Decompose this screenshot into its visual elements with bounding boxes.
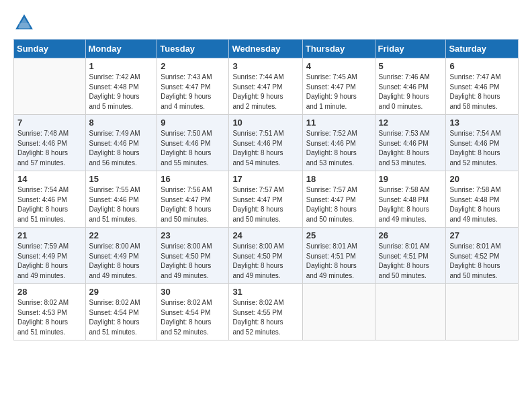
calendar-cell: 5Sunrise: 7:46 AM Sunset: 4:46 PM Daylig… [375, 58, 446, 115]
logo-icon [13, 12, 35, 34]
day-number: 13 [449, 118, 515, 128]
week-row-1: 1Sunrise: 7:42 AM Sunset: 4:48 PM Daylig… [14, 58, 519, 115]
weekday-sunday: Sunday [14, 40, 86, 58]
calendar-cell: 19Sunrise: 7:58 AM Sunset: 4:48 PM Dayli… [375, 171, 446, 228]
day-number: 31 [232, 287, 298, 297]
day-info: Sunrise: 7:54 AM Sunset: 4:46 PM Dayligh… [17, 185, 82, 224]
day-number: 25 [306, 230, 371, 240]
day-info: Sunrise: 7:55 AM Sunset: 4:46 PM Dayligh… [89, 185, 154, 224]
calendar-cell: 25Sunrise: 8:01 AM Sunset: 4:51 PM Dayli… [302, 228, 375, 284]
day-number: 19 [379, 174, 443, 184]
day-info: Sunrise: 7:59 AM Sunset: 4:49 PM Dayligh… [17, 242, 82, 281]
day-number: 18 [306, 174, 371, 184]
day-number: 7 [17, 118, 82, 128]
weekday-saturday: Saturday [446, 40, 519, 58]
calendar-cell [302, 284, 375, 340]
day-info: Sunrise: 8:00 AM Sunset: 4:50 PM Dayligh… [161, 242, 225, 281]
day-info: Sunrise: 7:42 AM Sunset: 4:48 PM Dayligh… [89, 73, 154, 111]
day-number: 9 [161, 118, 225, 128]
calendar-cell: 16Sunrise: 7:56 AM Sunset: 4:47 PM Dayli… [157, 171, 229, 228]
logo [13, 12, 38, 34]
day-number: 2 [161, 61, 225, 71]
weekday-wednesday: Wednesday [229, 40, 302, 58]
day-info: Sunrise: 7:43 AM Sunset: 4:47 PM Dayligh… [161, 73, 225, 111]
day-number: 4 [306, 61, 371, 71]
day-info: Sunrise: 7:45 AM Sunset: 4:47 PM Dayligh… [306, 73, 371, 111]
day-number: 28 [17, 287, 82, 297]
calendar-cell: 31Sunrise: 8:02 AM Sunset: 4:55 PM Dayli… [229, 284, 302, 340]
week-row-3: 14Sunrise: 7:54 AM Sunset: 4:46 PM Dayli… [14, 171, 519, 228]
day-info: Sunrise: 8:02 AM Sunset: 4:55 PM Dayligh… [232, 298, 298, 337]
calendar-cell: 1Sunrise: 7:42 AM Sunset: 4:48 PM Daylig… [85, 58, 157, 115]
day-info: Sunrise: 8:02 AM Sunset: 4:54 PM Dayligh… [89, 298, 154, 337]
weekday-tuesday: Tuesday [157, 40, 229, 58]
calendar-cell: 10Sunrise: 7:51 AM Sunset: 4:46 PM Dayli… [229, 115, 302, 171]
day-number: 29 [89, 287, 154, 297]
week-row-5: 28Sunrise: 8:02 AM Sunset: 4:53 PM Dayli… [14, 284, 519, 340]
day-info: Sunrise: 7:52 AM Sunset: 4:46 PM Dayligh… [306, 129, 371, 168]
day-number: 27 [449, 230, 515, 240]
day-number: 26 [379, 230, 443, 240]
day-number: 10 [232, 118, 298, 128]
calendar-cell: 8Sunrise: 7:49 AM Sunset: 4:46 PM Daylig… [85, 115, 157, 171]
calendar-cell [446, 284, 519, 340]
calendar-cell: 30Sunrise: 8:02 AM Sunset: 4:54 PM Dayli… [157, 284, 229, 340]
header [13, 12, 519, 34]
day-number: 14 [17, 174, 82, 184]
day-info: Sunrise: 7:53 AM Sunset: 4:46 PM Dayligh… [379, 129, 443, 168]
day-number: 22 [89, 230, 154, 240]
weekday-friday: Friday [375, 40, 446, 58]
day-info: Sunrise: 8:00 AM Sunset: 4:50 PM Dayligh… [232, 242, 298, 281]
day-info: Sunrise: 7:47 AM Sunset: 4:46 PM Dayligh… [449, 73, 515, 111]
day-info: Sunrise: 8:00 AM Sunset: 4:49 PM Dayligh… [89, 242, 154, 281]
day-info: Sunrise: 7:58 AM Sunset: 4:48 PM Dayligh… [449, 185, 515, 224]
calendar-cell: 4Sunrise: 7:45 AM Sunset: 4:47 PM Daylig… [302, 58, 375, 115]
calendar-cell: 11Sunrise: 7:52 AM Sunset: 4:46 PM Dayli… [302, 115, 375, 171]
weekday-monday: Monday [85, 40, 157, 58]
day-info: Sunrise: 7:57 AM Sunset: 4:47 PM Dayligh… [232, 185, 298, 224]
day-number: 1 [89, 61, 154, 71]
weekday-thursday: Thursday [302, 40, 375, 58]
calendar-table: SundayMondayTuesdayWednesdayThursdayFrid… [13, 39, 519, 340]
calendar-cell: 22Sunrise: 8:00 AM Sunset: 4:49 PM Dayli… [85, 228, 157, 284]
day-number: 6 [449, 61, 515, 71]
day-number: 12 [379, 118, 443, 128]
calendar-cell: 18Sunrise: 7:57 AM Sunset: 4:47 PM Dayli… [302, 171, 375, 228]
svg-rect-2 [19, 23, 30, 30]
day-info: Sunrise: 7:56 AM Sunset: 4:47 PM Dayligh… [161, 185, 225, 224]
calendar-cell: 13Sunrise: 7:54 AM Sunset: 4:46 PM Dayli… [446, 115, 519, 171]
day-number: 21 [17, 230, 82, 240]
week-row-2: 7Sunrise: 7:48 AM Sunset: 4:46 PM Daylig… [14, 115, 519, 171]
calendar-cell: 23Sunrise: 8:00 AM Sunset: 4:50 PM Dayli… [157, 228, 229, 284]
calendar-cell: 15Sunrise: 7:55 AM Sunset: 4:46 PM Dayli… [85, 171, 157, 228]
day-info: Sunrise: 7:48 AM Sunset: 4:46 PM Dayligh… [17, 129, 82, 168]
calendar-cell: 3Sunrise: 7:44 AM Sunset: 4:47 PM Daylig… [229, 58, 302, 115]
day-number: 17 [232, 174, 298, 184]
day-info: Sunrise: 7:50 AM Sunset: 4:46 PM Dayligh… [161, 129, 225, 168]
day-info: Sunrise: 7:49 AM Sunset: 4:46 PM Dayligh… [89, 129, 154, 168]
day-number: 15 [89, 174, 154, 184]
day-info: Sunrise: 7:54 AM Sunset: 4:46 PM Dayligh… [449, 129, 515, 168]
weekday-header-row: SundayMondayTuesdayWednesdayThursdayFrid… [14, 40, 519, 58]
day-number: 23 [161, 230, 225, 240]
day-number: 24 [232, 230, 298, 240]
calendar-cell: 24Sunrise: 8:00 AM Sunset: 4:50 PM Dayli… [229, 228, 302, 284]
calendar-cell: 21Sunrise: 7:59 AM Sunset: 4:49 PM Dayli… [14, 228, 86, 284]
day-info: Sunrise: 8:01 AM Sunset: 4:51 PM Dayligh… [379, 242, 443, 281]
calendar-cell [14, 58, 86, 115]
calendar-cell [375, 284, 446, 340]
calendar-cell: 2Sunrise: 7:43 AM Sunset: 4:47 PM Daylig… [157, 58, 229, 115]
day-info: Sunrise: 7:57 AM Sunset: 4:47 PM Dayligh… [306, 185, 371, 224]
calendar-cell: 27Sunrise: 8:01 AM Sunset: 4:52 PM Dayli… [446, 228, 519, 284]
day-info: Sunrise: 8:02 AM Sunset: 4:54 PM Dayligh… [161, 298, 225, 337]
day-number: 11 [306, 118, 371, 128]
day-number: 3 [232, 61, 298, 71]
calendar-cell: 7Sunrise: 7:48 AM Sunset: 4:46 PM Daylig… [14, 115, 86, 171]
calendar-cell: 9Sunrise: 7:50 AM Sunset: 4:46 PM Daylig… [157, 115, 229, 171]
page: SundayMondayTuesdayWednesdayThursdayFrid… [0, 0, 532, 411]
day-info: Sunrise: 8:01 AM Sunset: 4:51 PM Dayligh… [306, 242, 371, 281]
calendar-cell: 12Sunrise: 7:53 AM Sunset: 4:46 PM Dayli… [375, 115, 446, 171]
calendar-cell: 20Sunrise: 7:58 AM Sunset: 4:48 PM Dayli… [446, 171, 519, 228]
day-info: Sunrise: 8:02 AM Sunset: 4:53 PM Dayligh… [17, 298, 82, 337]
day-info: Sunrise: 8:01 AM Sunset: 4:52 PM Dayligh… [449, 242, 515, 281]
